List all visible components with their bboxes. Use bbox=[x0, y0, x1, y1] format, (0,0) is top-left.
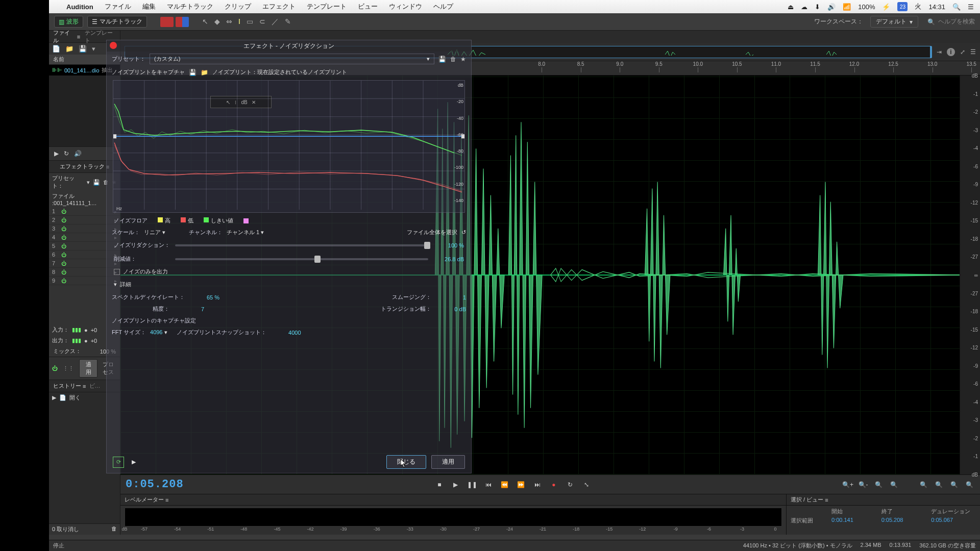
slip-tool-icon[interactable]: ⇔ bbox=[226, 17, 232, 27]
scale-dropdown[interactable]: リニア ▾ bbox=[144, 229, 165, 236]
menu-help[interactable]: ヘルプ bbox=[433, 2, 453, 11]
menubar-volume-icon[interactable]: 🔊 bbox=[827, 3, 836, 11]
dlg-close-button[interactable]: 閉じる bbox=[386, 455, 426, 469]
dlg-preview-loop[interactable]: ⟳ bbox=[113, 457, 124, 468]
menu-clip[interactable]: クリップ bbox=[225, 2, 251, 11]
rack-apply-button[interactable]: 適用 bbox=[79, 359, 97, 378]
menubar-dl-icon[interactable]: ⬇ bbox=[815, 3, 820, 11]
zoom-reset-v-icon[interactable]: 🔍 bbox=[948, 479, 960, 490]
menubar-cc-icon[interactable]: ☁ bbox=[801, 3, 807, 11]
menubar-eject-icon[interactable]: ⏏ bbox=[788, 3, 794, 11]
overview-handle[interactable] bbox=[930, 46, 932, 58]
zoom-out-v-icon[interactable]: 🔍 bbox=[933, 479, 944, 490]
dlg-fav-icon[interactable]: ★ bbox=[460, 56, 466, 63]
zoom-full-icon[interactable]: ⤢ bbox=[960, 48, 965, 56]
dlg-preset-dropdown[interactable]: (カスタム) ▾ bbox=[150, 54, 434, 64]
menubar-list-icon[interactable]: ☰ bbox=[968, 3, 974, 11]
menu-edit[interactable]: 編集 bbox=[142, 2, 156, 11]
time-select-tool-icon[interactable]: I bbox=[238, 17, 240, 27]
loop-icon[interactable]: ↻ bbox=[64, 150, 69, 157]
precision-value[interactable]: 7 bbox=[174, 306, 204, 312]
go-end-button[interactable]: ⏭ bbox=[532, 479, 543, 490]
marquee-tool-icon[interactable]: ▭ bbox=[247, 17, 253, 27]
brush-tool-icon[interactable]: ／ bbox=[272, 17, 279, 27]
menu-window[interactable]: ウィンドウ bbox=[389, 2, 422, 11]
noise-only-checkbox[interactable] bbox=[114, 269, 120, 275]
pause-button[interactable]: ❚❚ bbox=[467, 479, 478, 490]
zoom-in-icon[interactable]: 🔍+ bbox=[842, 479, 853, 490]
save-icon[interactable]: 💾 bbox=[79, 45, 87, 53]
more-icon[interactable]: ▾ bbox=[92, 45, 95, 53]
reset-curve-icon[interactable]: ↺ bbox=[461, 229, 466, 236]
menu-file[interactable]: ファイル bbox=[105, 2, 131, 11]
timecode-display[interactable]: 0:05.208 bbox=[126, 478, 184, 491]
menubar-wifi-icon[interactable]: 📶 bbox=[843, 3, 851, 11]
dlg-noise-spectrum[interactable]: ↖ ⫶ dB ✕ bbox=[113, 80, 465, 213]
menu-templates[interactable]: テンプレート bbox=[307, 2, 347, 11]
sdr-value[interactable]: 65 % bbox=[189, 294, 219, 300]
menubar-battery[interactable]: 100% bbox=[858, 3, 875, 11]
nr-slider[interactable] bbox=[175, 244, 428, 246]
snap-value[interactable]: 4000 bbox=[271, 330, 301, 336]
zoom-in-v-icon[interactable]: 🔍 bbox=[918, 479, 929, 490]
advanced-toggle[interactable]: ▾ bbox=[114, 281, 117, 288]
app-name[interactable]: Audition bbox=[66, 3, 93, 11]
menu-multitrack[interactable]: マルチトラック bbox=[167, 2, 213, 11]
channel-display-buttons[interactable] bbox=[160, 17, 189, 27]
zoom-sel-icon[interactable]: 🔍 bbox=[888, 479, 899, 490]
go-start-button[interactable]: ⏮ bbox=[483, 479, 494, 490]
input-knob[interactable]: ● bbox=[84, 327, 88, 333]
rack-save-icon[interactable]: 💾 bbox=[93, 179, 100, 186]
nr-value[interactable]: 100 % bbox=[433, 242, 464, 248]
razor-tool-icon[interactable]: ◆ bbox=[214, 17, 220, 27]
output-knob[interactable]: ● bbox=[84, 338, 88, 344]
rack-power-icon[interactable]: ⏻ bbox=[52, 365, 58, 371]
sel-dur-value[interactable]: 0:05.067 bbox=[931, 517, 976, 524]
play-button[interactable]: ▶ bbox=[450, 479, 461, 490]
reduce-slider[interactable] bbox=[175, 258, 428, 260]
skip-selection-button[interactable]: ⤡ bbox=[581, 479, 592, 490]
dlg-save-np-icon[interactable]: 💾 bbox=[189, 69, 197, 76]
zoom-sel-v-icon[interactable]: 🔍 bbox=[964, 479, 975, 490]
sel-start-value[interactable]: 0:00.141 bbox=[831, 517, 876, 524]
dlg-load-np-icon[interactable]: 📁 bbox=[201, 69, 208, 76]
dlg-preview-play[interactable]: ▶ bbox=[129, 458, 138, 467]
view-multitrack-button[interactable]: ☰ マルチトラック bbox=[87, 16, 147, 28]
lasso-tool-icon[interactable]: ⊂ bbox=[259, 17, 265, 27]
move-tool-icon[interactable]: ↖ bbox=[202, 17, 208, 27]
fft-dropdown[interactable]: 4096 ▾ bbox=[150, 329, 167, 336]
dlg-delete-preset-icon[interactable]: 🗑 bbox=[450, 56, 456, 63]
play-icon[interactable]: ▶ bbox=[54, 150, 59, 157]
sel-end-value[interactable]: 0:05.208 bbox=[881, 517, 926, 524]
transition-value[interactable]: 0 dB bbox=[435, 306, 466, 312]
rack-preset-dropdown[interactable]: ▾ bbox=[87, 179, 90, 186]
autoplay-icon[interactable]: 🔊 bbox=[74, 150, 82, 157]
list-icon[interactable]: ☰ bbox=[970, 48, 976, 56]
menubar-calendar-icon[interactable]: 23 bbox=[897, 2, 908, 11]
heal-tool-icon[interactable]: ✎ bbox=[285, 17, 291, 27]
smooth-value[interactable]: 1 bbox=[435, 294, 466, 300]
rack-edit-icon[interactable]: ⋮⋮ bbox=[63, 365, 74, 372]
dlg-apply-button[interactable]: 適用 bbox=[431, 455, 465, 469]
level-meter-tab[interactable]: レベルメーター ≡ bbox=[120, 494, 786, 506]
selection-view-tab[interactable]: 選択 / ビュー ≡ bbox=[787, 494, 980, 506]
menu-effects[interactable]: エフェクト bbox=[262, 2, 296, 11]
trash-icon[interactable]: 🗑 bbox=[111, 525, 117, 533]
record-button[interactable]: ● bbox=[548, 479, 559, 490]
info-icon[interactable]: i bbox=[947, 48, 955, 56]
loop-button[interactable]: ↻ bbox=[565, 479, 576, 490]
dlg-save-preset-icon[interactable]: 💾 bbox=[438, 56, 446, 63]
markers-icon[interactable]: ⇥ bbox=[937, 48, 942, 56]
view-waveform-button[interactable]: ▥ 波形 bbox=[54, 16, 83, 28]
reduce-value[interactable]: 26.8 dB bbox=[433, 256, 464, 262]
forward-button[interactable]: ⏩ bbox=[516, 479, 527, 490]
stop-button[interactable]: ■ bbox=[434, 479, 445, 490]
zoom-full-icon[interactable]: 🔍 bbox=[873, 479, 884, 490]
select-all-button[interactable]: ファイル全体を選択 bbox=[407, 229, 457, 236]
rewind-button[interactable]: ⏪ bbox=[499, 479, 510, 490]
dialog-record-indicator[interactable] bbox=[110, 42, 117, 49]
menubar-spotlight-icon[interactable]: 🔍 bbox=[952, 3, 961, 11]
open-folder-icon[interactable]: 📁 bbox=[65, 45, 74, 53]
menu-view[interactable]: ビュー bbox=[358, 2, 378, 11]
workspace-dropdown[interactable]: デフォルト ▾ bbox=[870, 16, 918, 28]
